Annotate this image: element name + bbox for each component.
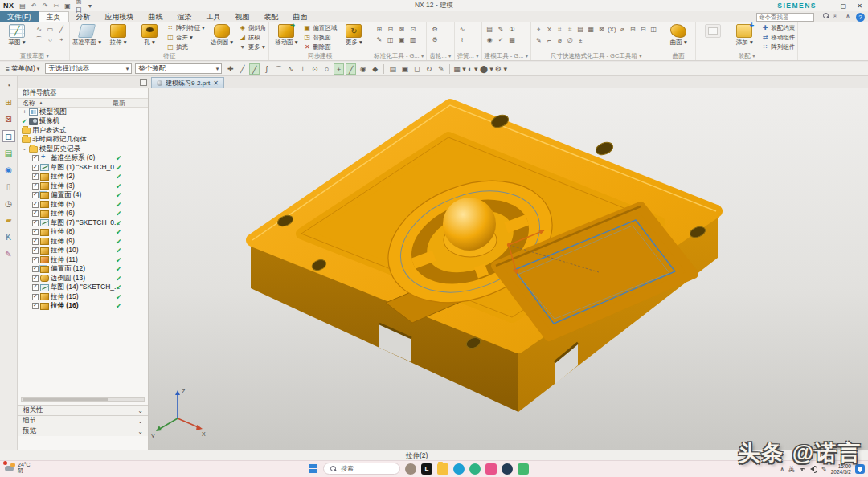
navigator-section-0[interactable]: 相关性⌄: [18, 405, 148, 415]
feature-checkbox[interactable]: [32, 202, 39, 208]
standard-tool-icon[interactable]: ▣: [396, 35, 407, 45]
part-navigator-icon[interactable]: ⊟: [2, 130, 15, 142]
tree-item[interactable]: 草图 (1) "SKETCH_0...✔: [18, 163, 148, 173]
fit-view-icon[interactable]: ◻: [411, 63, 422, 75]
modeling-tool-icon[interactable]: ◉: [485, 35, 495, 45]
rotate-view-icon[interactable]: ↻: [424, 63, 434, 75]
dim-format-icon[interactable]: ⊠: [596, 25, 606, 35]
dim-format-icon[interactable]: ▦: [586, 25, 596, 35]
dim-format-icon[interactable]: ⊟: [638, 25, 648, 35]
feature-checkbox[interactable]: [32, 210, 39, 217]
more-sync-button[interactable]: 更多 ▾: [339, 23, 368, 47]
feature-checkbox[interactable]: [32, 275, 39, 282]
dim-format-icon[interactable]: ⌐: [544, 36, 554, 46]
tree-item[interactable]: 拉伸 (6)✔: [18, 210, 148, 219]
feature-checkbox[interactable]: [32, 247, 39, 254]
tray-chevron-icon[interactable]: ∧: [780, 466, 784, 473]
tree-item[interactable]: 拉伸 (15)✔: [18, 292, 148, 302]
line-icon[interactable]: ╱: [56, 25, 67, 35]
ribbon-tab-5[interactable]: 渲染: [170, 11, 199, 22]
dim-format-icon[interactable]: ◫: [649, 25, 658, 35]
web-browser-icon[interactable]: ◉: [2, 164, 15, 176]
float-pane-icon[interactable]: [140, 79, 147, 86]
tree-item[interactable]: ✔摄像机: [18, 117, 148, 127]
feature-checkbox[interactable]: [32, 284, 39, 291]
gear-modeling-icon[interactable]: ⚙: [429, 25, 440, 35]
shell-button[interactable]: ◰抽壳: [166, 43, 205, 52]
taskbar-app-icon-6[interactable]: [485, 463, 497, 475]
dim-format-icon[interactable]: ✎: [534, 36, 543, 46]
modeling-tool-icon[interactable]: ①: [507, 25, 518, 35]
arc-center-icon[interactable]: ⌒: [273, 63, 284, 75]
tree-item[interactable]: 拉伸 (10)✔: [18, 247, 148, 256]
close-tab-icon[interactable]: ✕: [213, 80, 219, 87]
feature-checkbox[interactable]: [32, 303, 39, 309]
more-button[interactable]: ▾更多 ▾: [239, 43, 267, 52]
expander-icon[interactable]: +: [22, 109, 27, 115]
tree-item[interactable]: 非时间戳记几何体: [18, 136, 148, 145]
tree-item[interactable]: 拉伸 (3)✔: [18, 181, 148, 191]
expander-icon[interactable]: -: [22, 146, 27, 152]
close-button[interactable]: ✕: [854, 2, 865, 10]
edit-object-display-icon[interactable]: ✎: [436, 63, 446, 75]
delete-face-button[interactable]: ✕删除面: [303, 43, 337, 52]
rendering-style-icon[interactable]: ◐ ▾: [468, 63, 478, 75]
feature-checkbox[interactable]: [32, 266, 39, 272]
dim-format-icon[interactable]: X: [544, 25, 554, 35]
tree-item[interactable]: 拉伸 (11)✔: [18, 255, 148, 265]
minimize-button[interactable]: ─: [822, 2, 833, 10]
feature-checkbox[interactable]: [32, 294, 39, 300]
show-hide-icon[interactable]: ▤: [387, 63, 398, 75]
end-point-icon[interactable]: ╱: [237, 63, 248, 75]
mid-point-icon[interactable]: ╱: [249, 63, 260, 75]
weather-widget[interactable]: 24°C阴: [5, 462, 31, 473]
tree-item[interactable]: +模型视图: [18, 108, 148, 117]
search-icon[interactable]: [817, 12, 827, 22]
history-icon[interactable]: ▯: [2, 181, 15, 193]
tangent-point-icon[interactable]: ∿: [285, 63, 296, 75]
maximize-button[interactable]: ▢: [838, 2, 849, 10]
save-icon[interactable]: ▤: [18, 2, 27, 10]
ribbon-tab-3[interactable]: 应用模块: [98, 11, 141, 22]
ribbon-tab-8[interactable]: 装配: [257, 11, 286, 22]
cad-model[interactable]: [251, 105, 718, 412]
preferences-icon[interactable]: ⚙ ▾: [495, 63, 507, 75]
modeling-tool-icon[interactable]: ✓: [496, 35, 506, 45]
dim-format-icon[interactable]: ▤: [575, 25, 585, 35]
feature-checkbox[interactable]: [32, 155, 39, 161]
existing-point-icon[interactable]: +: [334, 63, 344, 75]
help-icon[interactable]: ?: [856, 13, 865, 22]
roles-icon[interactable]: K: [2, 231, 15, 243]
taskbar-app-icon-8[interactable]: [518, 463, 529, 475]
dim-format-icon[interactable]: ⌀: [555, 36, 564, 46]
horizontal-scrollbar[interactable]: [21, 398, 145, 402]
taskbar-app-icon-7[interactable]: [502, 463, 513, 475]
background-icon[interactable]: ⬤ ▾: [480, 63, 493, 75]
offset-region-button[interactable]: ▣偏置区域: [303, 23, 337, 33]
taskbar-app-icon-2[interactable]: L: [421, 463, 432, 475]
extrude-button[interactable]: 拉伸 ▾: [104, 23, 133, 47]
collapse-ribbon-icon[interactable]: ∧: [843, 12, 853, 22]
sketch-button[interactable]: 草图 ▾: [2, 23, 31, 47]
tree-item[interactable]: 拉伸 (16)✔: [18, 302, 148, 312]
tree-item[interactable]: 拉伸 (5)✔: [18, 200, 148, 210]
dim-format-icon[interactable]: ⌖: [534, 25, 543, 35]
arc-icon[interactable]: ⌒: [34, 35, 44, 45]
selection-scope-dropdown[interactable]: 整个装配▾: [135, 63, 222, 74]
control-point-icon[interactable]: ʃ: [261, 63, 272, 75]
tree-item[interactable]: 偏置面 (4)✔: [18, 191, 148, 201]
add-component-button[interactable]: 添加 ▾: [730, 23, 759, 47]
feature-checkbox[interactable]: [32, 229, 39, 235]
taskbar-app-icon-5[interactable]: [469, 463, 481, 475]
edge-browser-icon[interactable]: [453, 463, 465, 475]
pattern-component-button[interactable]: ∷阵列组件: [761, 43, 795, 52]
ribbon-tab-9[interactable]: 曲面: [286, 11, 315, 22]
taskbar-search[interactable]: 搜索: [323, 463, 400, 475]
ribbon-tab-6[interactable]: 工具: [199, 11, 228, 22]
ribbon-tab-7[interactable]: 视图: [228, 11, 257, 22]
move-face-button[interactable]: 移动面 ▾: [272, 23, 301, 47]
standard-tool-icon[interactable]: ◫: [385, 35, 395, 45]
standard-tool-icon[interactable]: ⊟: [385, 25, 395, 35]
standard-tool-icon[interactable]: ▥: [407, 35, 418, 45]
dim-format-icon[interactable]: ±: [575, 36, 585, 46]
